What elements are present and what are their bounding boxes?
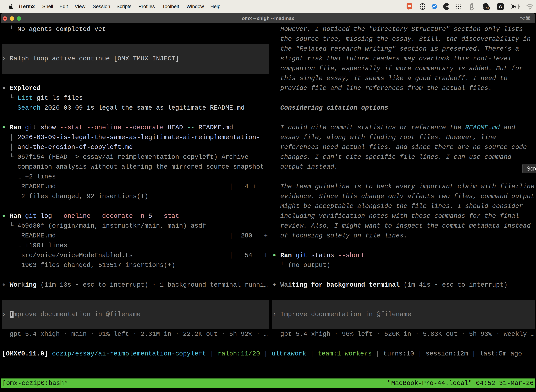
svg-text:..61: ..61 [484, 7, 489, 10]
